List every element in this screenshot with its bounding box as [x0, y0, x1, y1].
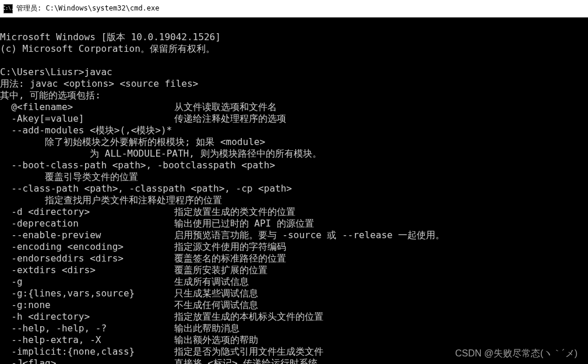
terminal-line: -extdirs <dirs> 覆盖所安装扩展的位置 [0, 264, 267, 275]
terminal-output[interactable]: Microsoft Windows [版本 10.0.19042.1526] (… [0, 17, 588, 364]
window-title: 管理员: C:\Windows\system32\cmd.exe [16, 3, 160, 13]
terminal-line: -g:none 不生成任何调试信息 [0, 299, 258, 310]
terminal-line: 除了初始模块之外要解析的根模块; 如果 <module> [0, 136, 265, 147]
watermark-text: CSDN @失败尽常态(ヽ｀´メ) [455, 348, 578, 359]
terminal-line: 用法: javac <options> <source files> [0, 78, 198, 89]
terminal-line: --add-modules <模块>(,<模块>)* [0, 125, 172, 136]
terminal-line: (c) Microsoft Corporation。保留所有权利。 [0, 43, 215, 54]
terminal-line: 覆盖引导类文件的位置 [0, 171, 138, 182]
terminal-line: --help, -help, -? 输出此帮助消息 [0, 323, 240, 334]
terminal-line: -d <directory> 指定放置生成的类文件的位置 [0, 206, 295, 217]
terminal-line: -h <directory> 指定放置生成的本机标头文件的位置 [0, 311, 323, 322]
terminal-line: -g:{lines,vars,source} 只生成某些调试信息 [0, 288, 258, 299]
terminal-line: --enable-preview 启用预览语言功能。要与 -source 或 -… [0, 229, 445, 241]
terminal-line: 其中, 可能的选项包括: [0, 90, 101, 101]
window-titlebar[interactable]: C:\. 管理员: C:\Windows\system32\cmd.exe [0, 0, 588, 17]
terminal-line: C:\Users\Liusr>javac [0, 66, 112, 77]
terminal-line: -g 生成所有调试信息 [0, 276, 249, 287]
terminal-line: -implicit:{none,class} 指定是否为隐式引用文件生成类文件 [0, 346, 323, 357]
terminal-line: 指定查找用户类文件和注释处理程序的位置 [0, 195, 222, 206]
terminal-line: -Akey[=value] 传递给注释处理程序的选项 [0, 113, 286, 124]
terminal-line: @<filename> 从文件读取选项和文件名 [0, 101, 277, 112]
terminal-line: -J<flag> 直接将 <标记> 传递给运行时系统 [0, 358, 318, 364]
terminal-line: -encoding <encoding> 指定源文件使用的字符编码 [0, 241, 286, 252]
cmd-icon: C:\. [3, 4, 13, 13]
terminal-line: -deprecation 输出使用已过时的 API 的源位置 [0, 218, 314, 229]
terminal-line: --boot-class-path <path>, -bootclasspath… [0, 160, 275, 171]
terminal-line: 为 ALL-MODULE-PATH, 则为模块路径中的所有模块。 [0, 148, 322, 159]
terminal-line: --help-extra, -X 输出额外选项的帮助 [0, 334, 258, 345]
terminal-line: --class-path <path>, -classpath <path>, … [0, 183, 292, 194]
terminal-line: Microsoft Windows [版本 10.0.19042.1526] [0, 31, 221, 43]
terminal-line: -endorseddirs <dirs> 覆盖签名的标准路径的位置 [0, 253, 286, 264]
